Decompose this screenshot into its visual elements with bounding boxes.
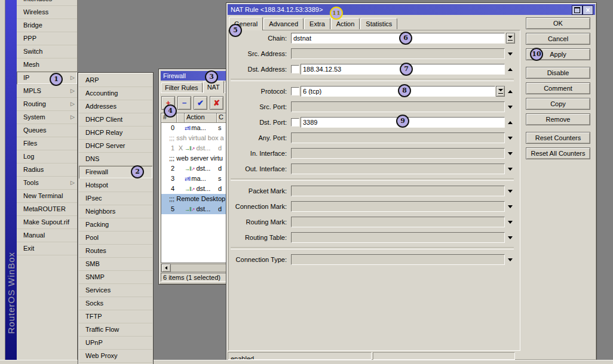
expand-field-icon[interactable]: [508, 258, 513, 261]
scroll-left-button[interactable]: [161, 264, 171, 272]
expand-field-icon[interactable]: [508, 221, 513, 224]
expand-field-icon[interactable]: [508, 205, 513, 208]
firewall-rule-row[interactable]: 3⇄‖ma...s: [161, 174, 230, 184]
masquerade-action-icon: ⇄‖: [185, 125, 190, 131]
menu-item-queues[interactable]: Queues: [17, 124, 77, 137]
collapse-field-icon[interactable]: [508, 90, 513, 93]
field-checkbox[interactable]: [291, 87, 299, 95]
toolbar-disable-button[interactable]: ✘: [210, 96, 223, 110]
submenu-item-accounting[interactable]: Accounting: [79, 87, 152, 100]
submenu-item-snmp[interactable]: SNMP: [79, 271, 152, 284]
ok-button[interactable]: OK: [526, 17, 590, 29]
submenu-item-socks[interactable]: Socks: [79, 297, 152, 310]
firewall-rule-row[interactable]: 1X→‖↗dst...d: [161, 143, 230, 153]
remove-button[interactable]: Remove: [526, 113, 590, 125]
copy-button[interactable]: Copy: [526, 98, 590, 110]
button-group: DisableCommentCopyRemove: [526, 67, 590, 125]
dstnat-action-icon-2: ↗: [191, 146, 195, 152]
reset-all-counters-button[interactable]: Reset All Counters: [526, 147, 590, 159]
column-header-flags[interactable]: [177, 113, 185, 123]
firewall-rule-row[interactable]: 4→‖↗dst...d: [161, 184, 230, 194]
submenu-item-ipsec[interactable]: IPsec: [79, 192, 152, 205]
firewall-nat-table: #ActionC 0⇄‖ma...s;;; ssh virtual box a1…: [161, 113, 231, 263]
field-input-chain[interactable]: dstnat: [291, 33, 505, 44]
menu-item-bridge[interactable]: Bridge: [17, 19, 77, 32]
expand-field-icon[interactable]: [508, 236, 513, 239]
field-input-any-port: [291, 132, 505, 143]
expand-field-icon[interactable]: [508, 53, 513, 55]
toolbar-remove-button[interactable]: −: [177, 96, 191, 110]
submenu-item-dhcp-client[interactable]: DHCP Client: [79, 113, 152, 127]
menu-item-switch[interactable]: Switch: [17, 45, 77, 58]
expand-field-icon[interactable]: [508, 106, 513, 109]
menu-item-system[interactable]: System▷: [17, 111, 77, 124]
nat-tab-extra[interactable]: Extra: [304, 18, 330, 29]
disable-button[interactable]: Disable: [526, 67, 590, 79]
menu-item-routing[interactable]: Routing▷: [17, 98, 77, 111]
nat-tab-statistics[interactable]: Statistics: [360, 18, 397, 29]
expand-field-icon[interactable]: [508, 137, 513, 140]
dropdown-button[interactable]: [496, 86, 505, 97]
winbox-brand-strip: RouterOS WinBox: [5, 0, 17, 360]
menu-item-files[interactable]: Files: [17, 137, 77, 150]
menu-item-ppp[interactable]: PPP: [17, 32, 77, 45]
collapse-field-icon[interactable]: [508, 121, 513, 124]
submenu-item-hotspot[interactable]: Hotspot: [79, 179, 152, 192]
expand-field-icon[interactable]: [508, 168, 513, 171]
menu-item-new-terminal[interactable]: New Terminal: [17, 190, 77, 203]
comment-button[interactable]: Comment: [526, 82, 590, 94]
reset-counters-button[interactable]: Reset Counters: [526, 132, 590, 144]
field-checkbox[interactable]: [291, 118, 299, 127]
firewall-comment-row[interactable]: ;;; Remote Desktop: [161, 194, 230, 204]
menu-item-make-supout-rif[interactable]: Make Supout.rif: [17, 216, 77, 229]
submenu-item-routes[interactable]: Routes: [79, 245, 152, 258]
menu-item-manual[interactable]: Manual: [17, 229, 77, 242]
expand-field-icon[interactable]: [508, 152, 513, 155]
submenu-item-upnp[interactable]: UPnP: [79, 337, 152, 350]
menu-item-ip[interactable]: IP▷: [17, 72, 77, 85]
menu-item-radius[interactable]: Radius: [17, 164, 77, 177]
cancel-button[interactable]: Cancel: [526, 33, 590, 45]
menu-item-interfaces[interactable]: Interfaces: [17, 0, 77, 6]
firewall-comment-row[interactable]: ;;; ssh virtual box a: [161, 133, 230, 143]
submenu-item-pool[interactable]: Pool: [79, 232, 152, 245]
restore-window-button[interactable]: [572, 5, 583, 15]
menu-item-metarouter[interactable]: MetaROUTER: [17, 203, 77, 216]
firewall-rule-row[interactable]: 0⇄‖ma...s: [161, 123, 230, 133]
submenu-item-traffic-flow[interactable]: Traffic Flow: [79, 323, 152, 337]
expand-field-icon[interactable]: [508, 190, 513, 193]
toolbar-enable-button[interactable]: ✔: [194, 96, 207, 110]
menu-item-mpls[interactable]: MPLS▷: [17, 85, 77, 98]
submenu-item-neighbors[interactable]: Neighbors: [79, 205, 152, 218]
submenu-item-packing[interactable]: Packing: [79, 218, 152, 232]
firewall-rule-row[interactable]: 5→‖↗dst...d: [161, 204, 230, 214]
menu-item-log[interactable]: Log: [17, 150, 77, 164]
menu-item-label: Tools: [23, 179, 39, 186]
submenu-item-arp[interactable]: ARP: [79, 74, 152, 87]
menu-item-mesh[interactable]: Mesh: [17, 58, 77, 72]
column-header-action[interactable]: Action: [185, 113, 217, 123]
dropdown-button[interactable]: [506, 33, 515, 44]
firewall-comment-row[interactable]: ;;; web server virtu: [161, 153, 230, 164]
submenu-item-dhcp-server[interactable]: DHCP Server: [79, 140, 152, 153]
menu-item-exit[interactable]: Exit: [17, 242, 77, 255]
firewall-horizontal-scrollbar[interactable]: [161, 264, 231, 272]
field-arrow-slot: [505, 200, 515, 212]
submenu-item-web-proxy[interactable]: Web Proxy: [79, 350, 152, 363]
close-window-button[interactable]: ×: [583, 5, 593, 15]
submenu-item-tftp[interactable]: TFTP: [79, 310, 152, 323]
submenu-item-dns[interactable]: DNS: [79, 153, 152, 166]
field-checkbox[interactable]: [291, 65, 299, 73]
firewall-window-titlebar[interactable]: Firewall: [161, 71, 231, 81]
submenu-item-services[interactable]: Services: [79, 284, 152, 297]
submenu-item-dhcp-relay[interactable]: DHCP Relay: [79, 127, 152, 140]
nat-rule-dialog-titlebar[interactable]: NAT Rule <188.34.12.53:3389> ×: [228, 4, 595, 15]
nat-tab-advanced[interactable]: Advanced: [263, 18, 304, 29]
menu-item-wireless[interactable]: Wireless: [17, 6, 77, 19]
submenu-item-addresses[interactable]: Addresses: [79, 100, 152, 113]
submenu-item-smb[interactable]: SMB: [79, 258, 152, 271]
collapse-field-icon[interactable]: [508, 68, 513, 71]
firewall-rule-row[interactable]: 2→‖↗dst...d: [161, 164, 230, 174]
menu-item-tools[interactable]: Tools▷: [17, 177, 77, 190]
firewall-tab-filter-rules[interactable]: Filter Rules: [161, 82, 203, 92]
